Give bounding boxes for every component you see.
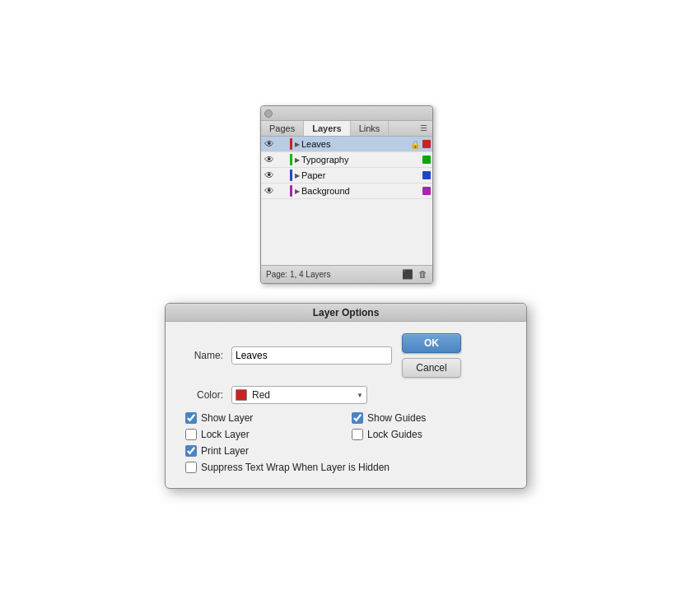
lock-layer-label: Lock Layer [201, 429, 250, 440]
color-dot-typography [422, 156, 431, 164]
lock-layer-row: Lock Layer [185, 429, 343, 440]
layer-name-typography: Typography [301, 155, 421, 165]
suppress-text-label: Suppress Text Wrap When Layer is Hidden [201, 462, 390, 473]
name-input[interactable] [231, 346, 392, 365]
lock-state-leaves: 🔒 [409, 140, 421, 149]
color-row: Color: Red ▼ [182, 386, 510, 404]
color-bar-paper [290, 170, 292, 181]
panel-close-button[interactable] [264, 109, 273, 118]
checkboxes-section: Show Layer Show Guides Lock Layer Lock G… [182, 412, 510, 457]
color-dot-paper [422, 171, 431, 179]
cancel-button[interactable]: Cancel [402, 358, 461, 378]
new-layer-icon[interactable]: ⬛ [402, 269, 413, 280]
color-swatch [236, 389, 247, 401]
color-label: Color: [182, 389, 223, 401]
eye-icon-paper[interactable]: 👁 [263, 170, 276, 181]
color-bar-leaves [290, 138, 292, 150]
name-row: Name: OK Cancel [182, 333, 510, 378]
panel-footer: Page: 1, 4 Layers ⬛ 🗑 [261, 265, 432, 283]
layers-panel: Pages Layers Links ☰ 👁 ▶ Leaves 🔒 👁 ▶ Ty… [260, 105, 433, 284]
eye-icon-leaves[interactable]: 👁 [263, 138, 276, 150]
color-bar-background [290, 185, 292, 197]
arrow-icon-background: ▶ [295, 188, 300, 195]
suppress-text-checkbox[interactable] [185, 462, 197, 473]
layer-name-background: Background [301, 186, 421, 196]
dialog-body: Name: OK Cancel Color: Red ▼ Show Layer [166, 322, 526, 488]
suppress-row: Suppress Text Wrap When Layer is Hidden [182, 462, 510, 473]
print-layer-row: Print Layer [185, 445, 343, 457]
delete-layer-icon[interactable]: 🗑 [418, 269, 427, 280]
layer-name-paper: Paper [301, 170, 421, 180]
show-guides-label: Show Guides [367, 412, 426, 424]
color-dropdown-arrow: ▼ [357, 392, 363, 399]
tab-links[interactable]: Links [351, 121, 390, 136]
lock-guides-label: Lock Guides [367, 429, 422, 440]
lock-layer-checkbox[interactable] [185, 429, 197, 440]
show-layer-checkbox[interactable] [185, 412, 197, 424]
show-guides-row: Show Guides [352, 412, 510, 424]
print-layer-label: Print Layer [201, 445, 249, 457]
color-bar-typography [290, 154, 292, 165]
eye-icon-background[interactable]: 👁 [263, 185, 276, 197]
ok-button[interactable]: OK [402, 333, 461, 353]
color-dot-leaves [422, 140, 431, 148]
color-select-text: Red [252, 389, 357, 401]
layer-row-paper[interactable]: 👁 ▶ Paper [261, 168, 432, 184]
show-layer-row: Show Layer [185, 412, 343, 424]
layer-name-leaves: Leaves [301, 139, 409, 149]
layer-options-dialog: Layer Options Name: OK Cancel Color: Red… [165, 303, 527, 489]
show-guides-checkbox[interactable] [352, 412, 363, 424]
dialog-title: Layer Options [313, 307, 380, 318]
panel-menu-icon[interactable]: ☰ [415, 121, 432, 136]
panel-titlebar [261, 106, 432, 121]
tab-layers[interactable]: Layers [304, 121, 350, 136]
color-dot-background [422, 187, 431, 195]
arrow-icon-typography: ▶ [295, 156, 300, 164]
dialog-titlebar: Layer Options [166, 304, 526, 322]
color-select[interactable]: Red ▼ [231, 386, 367, 404]
layer-row-leaves[interactable]: 👁 ▶ Leaves 🔒 [261, 137, 432, 152]
dialog-buttons: OK Cancel [402, 333, 461, 378]
show-layer-label: Show Layer [201, 412, 253, 424]
lock-guides-row: Lock Guides [352, 429, 510, 440]
layer-row-typography[interactable]: 👁 ▶ Typography [261, 152, 432, 168]
layers-list: 👁 ▶ Leaves 🔒 👁 ▶ Typography 👁 ▶ Paper [261, 137, 432, 265]
arrow-icon-leaves: ▶ [295, 141, 300, 148]
panel-tabs: Pages Layers Links ☰ [261, 121, 432, 137]
arrow-icon-paper: ▶ [295, 172, 300, 179]
lock-guides-checkbox[interactable] [352, 429, 363, 440]
footer-text: Page: 1, 4 Layers [266, 270, 330, 279]
layer-row-background[interactable]: 👁 ▶ Background [261, 184, 432, 199]
print-layer-checkbox[interactable] [185, 445, 197, 457]
tab-pages[interactable]: Pages [261, 121, 304, 136]
footer-icons: ⬛ 🗑 [402, 269, 427, 280]
name-label: Name: [182, 350, 223, 361]
panel-empty-area [261, 199, 432, 265]
eye-icon-typography[interactable]: 👁 [263, 154, 276, 165]
